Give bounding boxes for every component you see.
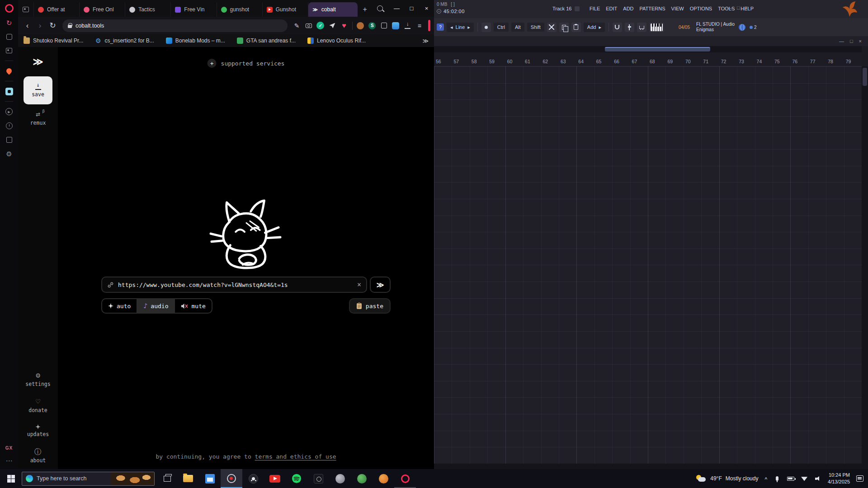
action-center-icon[interactable] <box>856 474 863 483</box>
url-input-value[interactable]: https://www.youtube.com/watch?v=lGNwnstq… <box>118 282 353 288</box>
weather-widget[interactable]: 49°F Mostly cloudy <box>696 475 758 483</box>
url-text[interactable]: cobalt.tools <box>75 23 104 29</box>
menu-patterns[interactable]: PATTERNS <box>640 6 665 11</box>
tab-gunshot-1[interactable]: gunshot <box>217 2 263 17</box>
tab-gallery[interactable] <box>18 2 34 17</box>
clock-widget[interactable]: 10:24 PM 4/13/2025 <box>828 472 850 485</box>
bookmark-gta[interactable]: GTA san andreas f... <box>237 38 296 44</box>
bookmark-cs-insertion[interactable]: ⚙ cs_insertion2 for B... <box>95 38 154 44</box>
search-placeholder[interactable]: Type here to search <box>37 475 108 482</box>
window-close-button[interactable]: × <box>419 0 434 17</box>
playlist-maximize-button[interactable]: □ <box>850 38 853 44</box>
slice-tool-icon[interactable] <box>547 23 557 32</box>
taskbar-app-cod[interactable] <box>307 469 329 488</box>
mods-icon[interactable] <box>5 136 13 144</box>
tab-free-vin[interactable]: Free Vin <box>171 2 217 17</box>
magnet-snap-icon[interactable] <box>613 23 622 32</box>
sidebar-settings-icon[interactable]: ⚙ <box>5 150 13 158</box>
sidebar-item-remux[interactable]: ⇄β remux <box>30 111 46 126</box>
playlist-vertical-scrollbar[interactable] <box>862 66 868 464</box>
tab-offer[interactable]: Offer at <box>34 2 80 17</box>
taskbar-app-file-explorer[interactable] <box>177 469 199 488</box>
player-icon[interactable]: ▶ <box>5 108 13 116</box>
twitch-icon[interactable] <box>5 87 13 95</box>
bookmark-heart-icon[interactable]: ♥ <box>339 20 349 32</box>
browser-menu-icon[interactable]: ≡ <box>414 20 425 32</box>
playlist-minimize-button[interactable]: — <box>839 38 844 44</box>
mode-mute-button[interactable]: mute <box>174 299 211 313</box>
shop-icon[interactable] <box>637 23 646 32</box>
playlist-horizontal-scrollbar[interactable] <box>434 46 862 52</box>
snap-line-selector[interactable]: ◂ Line ▸ <box>447 23 474 32</box>
taskbar-app-spotify[interactable] <box>286 469 307 488</box>
taskbar-app-youtube[interactable] <box>264 469 286 488</box>
help-icon[interactable]: ? <box>437 23 444 31</box>
taskbar-app-grey[interactable] <box>329 469 351 488</box>
taskbar-app-orange[interactable] <box>373 469 394 488</box>
supported-services-button[interactable]: + supported services <box>208 59 285 68</box>
menu-options[interactable]: OPTIONS <box>690 6 712 11</box>
menu-add[interactable]: ADD <box>623 6 633 11</box>
add-menu-button[interactable]: Add ▸ <box>584 23 605 32</box>
microphone-icon[interactable] <box>774 474 781 483</box>
send-to-device-icon[interactable] <box>327 20 337 32</box>
tab-cobalt-active[interactable]: ≫ cobalt <box>308 2 358 17</box>
new-tab-button[interactable]: + <box>358 2 372 17</box>
shift-key-button[interactable]: Shift <box>527 23 544 32</box>
download-submit-button[interactable]: ≫ <box>370 277 391 293</box>
piano-roll-icon[interactable] <box>649 23 664 32</box>
draw-tool-icon[interactable] <box>481 23 491 32</box>
tab-tactics[interactable]: Tactics <box>125 2 171 17</box>
sidebar-item-save[interactable]: ↓ save <box>24 76 52 104</box>
tray-overflow-chevron[interactable]: ^ <box>764 476 767 483</box>
menu-file[interactable]: FILE <box>590 6 600 11</box>
back-button[interactable]: ‹ <box>22 20 33 32</box>
menu-view[interactable]: VIEW <box>671 6 684 11</box>
sidebar-item-settings[interactable]: ⚙ settings <box>25 372 50 387</box>
mode-audio-button-selected[interactable]: ♪ audio <box>137 299 174 313</box>
bookmark-bonelab[interactable]: Bonelab Mods – m... <box>166 38 225 44</box>
edit-page-icon[interactable]: ✎ <box>292 20 302 32</box>
taskbar-app-green[interactable] <box>351 469 373 488</box>
task-view-button[interactable] <box>157 469 177 488</box>
downloads-icon[interactable]: ↓ <box>402 20 413 32</box>
taskbar-app-calendar[interactable] <box>199 469 221 488</box>
tab-free-online[interactable]: Free Onl <box>80 2 125 17</box>
taskbar-app-capture[interactable] <box>242 469 264 488</box>
taskbar-app-recorder-active[interactable] <box>221 469 242 488</box>
history-icon[interactable] <box>5 122 13 130</box>
window-maximize-button[interactable]: □ <box>404 0 419 17</box>
bookmark-lenovo[interactable]: Lenovo Oculus Rif... <box>307 38 366 44</box>
extension-s-icon[interactable]: S <box>367 20 377 32</box>
fl-minimize-button[interactable]: — <box>727 5 732 10</box>
gx-corner-icon[interactable] <box>5 67 13 75</box>
start-button[interactable] <box>0 469 22 488</box>
extension-squirrel-icon[interactable] <box>355 20 366 32</box>
terms-link[interactable]: terms and ethics of use <box>255 453 336 460</box>
slip-tool-icon[interactable] <box>625 23 634 32</box>
sidebar-more-icon[interactable]: ⋯ <box>5 456 13 465</box>
extension-blue-icon[interactable] <box>391 20 401 32</box>
opera-gx-logo-icon[interactable] <box>5 4 14 13</box>
copy-icon[interactable] <box>559 23 569 32</box>
volume-icon[interactable] <box>814 474 821 483</box>
ctrl-key-button[interactable]: Ctrl <box>494 23 509 32</box>
url-field[interactable]: cobalt.tools <box>62 19 288 32</box>
bookmark-shutoko[interactable]: Shutoko Revival Pr... <box>24 38 83 44</box>
notification-badge[interactable]: 2 <box>750 25 757 30</box>
playlist-grid[interactable] <box>434 66 862 464</box>
menu-edit[interactable]: EDIT <box>606 6 617 11</box>
playlist-close-button[interactable]: × <box>859 38 862 44</box>
bookmarks-overflow-icon[interactable]: ≫ <box>422 38 429 44</box>
search-highlight-image[interactable] <box>111 472 154 485</box>
sidebar-item-donate[interactable]: ♡ donate <box>28 398 47 413</box>
scrollbar-thumb[interactable] <box>605 47 710 52</box>
playlist-ruler[interactable]: 5657585960616263646566676869707172737475… <box>434 52 862 66</box>
tab-search-icon[interactable] <box>372 0 387 17</box>
easy-files-icon[interactable] <box>5 33 13 41</box>
shield-badge-icon[interactable]: ✓ <box>315 20 326 32</box>
mode-auto-button[interactable]: auto <box>102 299 137 313</box>
taskbar-search-box[interactable]: Type here to search <box>22 472 155 486</box>
track-widget-icon[interactable] <box>575 6 580 11</box>
download-url-input[interactable]: https://www.youtube.com/watch?v=lGNwnstq… <box>101 277 367 293</box>
